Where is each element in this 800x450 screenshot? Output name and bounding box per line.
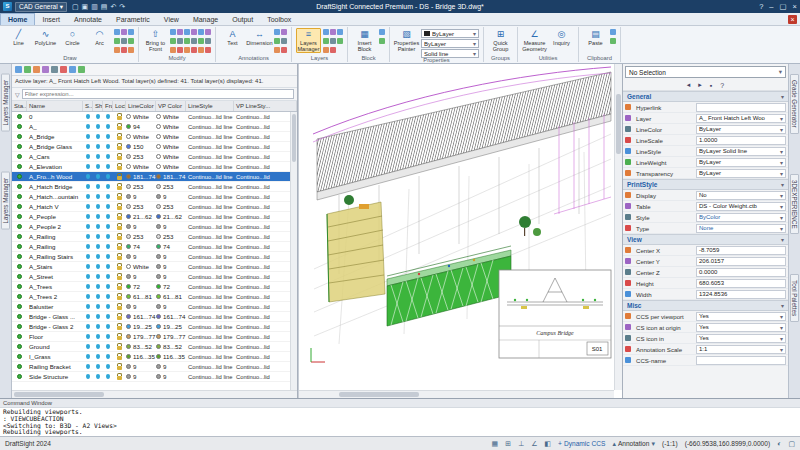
frozen-icon[interactable] <box>96 154 100 159</box>
tool-icon[interactable] <box>323 29 329 35</box>
maximize-button[interactable]: ▢ <box>780 2 787 11</box>
drawing-area[interactable]: Campus Bridge S01 <box>298 64 622 398</box>
layer-row-a-elevation[interactable]: A_ElevationWhiteWhiteContinuo...lid line… <box>12 162 297 172</box>
layer-line-color[interactable]: 116...35 <box>126 352 156 361</box>
layer-row-a-fro-h-wood[interactable]: A_Fro...h Wood181...74181...74Continuo..… <box>12 172 297 182</box>
layer-line-color[interactable]: 21...62 <box>126 212 156 221</box>
layer-row-a-stairs[interactable]: A_StairsWhite9Continuo...lid lineContinu… <box>12 262 297 272</box>
show-icon[interactable] <box>86 114 90 119</box>
layer-line-color[interactable]: 253 <box>126 182 156 191</box>
layers-horizontal-scrollbar[interactable] <box>12 390 297 398</box>
viewport-freeze-icon[interactable] <box>106 144 110 149</box>
layer-line-color[interactable]: 72 <box>126 282 156 291</box>
grid-icon[interactable]: ▦ <box>492 440 499 448</box>
viewport-freeze-icon[interactable] <box>106 374 110 379</box>
viewport-freeze-icon[interactable] <box>106 214 110 219</box>
layer-vp-color[interactable]: 72 <box>156 282 186 291</box>
show-icon[interactable] <box>86 284 90 289</box>
layer-line-color[interactable]: 9 <box>126 272 156 281</box>
isolate-icon[interactable]: ◐ <box>777 440 781 447</box>
layer-line-color[interactable]: 181...74 <box>126 172 156 181</box>
viewport-freeze-icon[interactable] <box>106 204 110 209</box>
transparency-value[interactable]: ByLayer▾ <box>696 169 786 178</box>
ribbon-property-dropdown-1[interactable]: ByLayer▾ <box>421 39 479 48</box>
snap-icon[interactable]: ⊞ <box>505 440 511 448</box>
layer-line-color[interactable]: 253 <box>126 152 156 161</box>
layer-vp-color[interactable]: 179...77 <box>156 332 186 341</box>
lock-icon[interactable] <box>117 166 122 170</box>
layer-vp-color[interactable]: 9 <box>156 302 186 311</box>
minimize-button[interactable]: – <box>769 2 773 11</box>
layer-row-a-trees-2[interactable]: A_Trees 261...8161...81Continuo...lid li… <box>12 292 297 302</box>
show-icon[interactable] <box>86 344 90 349</box>
layers-manager-button[interactable]: ≡Layers Manager <box>296 28 321 53</box>
frozen-icon[interactable] <box>96 164 100 169</box>
drawing-horizontal-scrollbar[interactable] <box>299 390 614 398</box>
frozen-icon[interactable] <box>96 194 100 199</box>
section-header-view[interactable]: View▾ <box>623 234 788 245</box>
tool-icon[interactable] <box>191 47 197 53</box>
layer-row-a-people-2[interactable]: A_People 299Continuo...lid lineContinuo.… <box>12 222 297 232</box>
properties-painter-button[interactable]: ▧Properties Painter <box>394 28 419 53</box>
print-icon[interactable]: ▤ <box>101 2 108 11</box>
layer-vp-color[interactable]: 9 <box>156 372 186 381</box>
annotation-scale-control[interactable]: ▴ Annotation ▾ <box>612 440 655 448</box>
tool-icon[interactable] <box>170 38 176 44</box>
viewport-freeze-icon[interactable] <box>106 284 110 289</box>
layer-line-color[interactable]: White <box>126 262 156 271</box>
frozen-icon[interactable] <box>96 324 100 329</box>
show-icon[interactable] <box>86 264 90 269</box>
lock-icon[interactable] <box>117 176 122 180</box>
cs-icon-in-value[interactable]: Yes▾ <box>696 334 786 343</box>
annotation-scale-value[interactable]: 1:1▾ <box>696 345 786 354</box>
layer-line-color[interactable]: White <box>126 112 156 121</box>
insert-block-button[interactable]: ▦Insert Block <box>352 28 377 53</box>
tool-icon[interactable] <box>170 29 176 35</box>
layer-row-balustter[interactable]: Balustter99Continuo...lid lineContinuo..… <box>12 302 297 312</box>
tool-icon[interactable] <box>205 29 211 35</box>
layer-vp-color[interactable]: 83...52 <box>156 342 186 351</box>
lock-icon[interactable] <box>117 276 122 280</box>
frozen-icon[interactable] <box>96 244 100 249</box>
tool-icon[interactable] <box>274 38 280 44</box>
frozen-icon[interactable] <box>96 314 100 319</box>
frozen-icon[interactable] <box>96 234 100 239</box>
tab-manage[interactable]: Manage <box>186 13 225 25</box>
viewport-freeze-icon[interactable] <box>106 274 110 279</box>
layer-vp-color[interactable]: White <box>156 142 186 151</box>
viewport-freeze-icon[interactable] <box>106 234 110 239</box>
tool-icon[interactable] <box>337 29 343 35</box>
lock-icon[interactable] <box>117 296 122 300</box>
viewport-freeze-icon[interactable] <box>106 294 110 299</box>
lock-icon[interactable] <box>117 136 122 140</box>
column-header-name[interactable]: Name <box>27 101 83 111</box>
viewport-freeze-icon[interactable] <box>106 164 110 169</box>
layer-line-color[interactable]: 253 <box>126 202 156 211</box>
selection-dropdown[interactable]: No Selection ▾ <box>625 66 786 78</box>
viewport-freeze-icon[interactable] <box>106 264 110 269</box>
tool-icon[interactable] <box>114 29 120 35</box>
layer-line-color[interactable]: 161...74 <box>126 312 156 321</box>
tool-icon[interactable] <box>330 47 336 53</box>
show-icon[interactable] <box>86 194 90 199</box>
viewport-freeze-icon[interactable] <box>106 334 110 339</box>
frozen-icon[interactable] <box>96 254 100 259</box>
lock-icon[interactable] <box>117 226 122 230</box>
frozen-icon[interactable] <box>96 214 100 219</box>
width-value[interactable]: 1324.8536 <box>696 290 786 299</box>
layer-line-color[interactable]: 9 <box>126 252 156 261</box>
frozen-icon[interactable] <box>96 364 100 369</box>
layer-row-bridge-glass-2[interactable]: Bridge - Glass 219...2519...25Continuo..… <box>12 322 297 332</box>
show-icon[interactable] <box>86 364 90 369</box>
show-icon[interactable] <box>86 164 90 169</box>
tool-icon[interactable] <box>121 47 127 53</box>
frozen-icon[interactable] <box>96 274 100 279</box>
lock-icon[interactable] <box>117 236 122 240</box>
layer-vp-color[interactable]: 9 <box>156 222 186 231</box>
ccs-per-viewport-value[interactable]: Yes▾ <box>696 312 786 321</box>
layer-line-color[interactable]: 150 <box>126 142 156 151</box>
viewport-freeze-icon[interactable] <box>106 194 110 199</box>
layer-row-a-street[interactable]: A_Street99Continuo...lid lineContinuo...… <box>12 272 297 282</box>
layer-line-color[interactable]: 19...25 <box>126 322 156 331</box>
layer-row-side-structure[interactable]: Side Structure99Continuo...lid lineConti… <box>12 372 297 382</box>
